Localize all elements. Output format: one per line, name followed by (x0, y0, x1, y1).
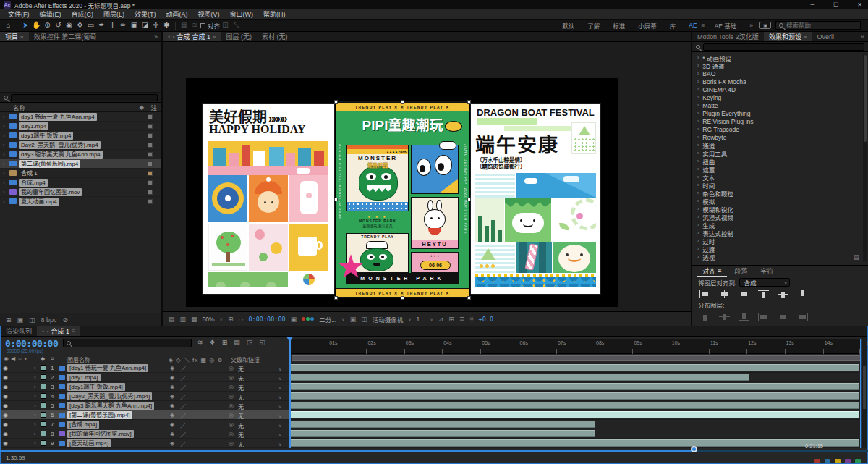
chevron-right-icon[interactable]: › (697, 190, 699, 195)
composition-stage[interactable]: 美好假期»»»» HAPPY HOLIDAY (186, 78, 618, 307)
flowchart-icon[interactable]: ⌗ (469, 315, 473, 323)
mask-visibility-icon[interactable]: ▱ (239, 316, 244, 323)
effect-category-row[interactable]: › 模拟 (692, 197, 864, 205)
magnification-icon[interactable]: ▥ (180, 316, 187, 323)
view-layout-dropdown[interactable]: 1... (417, 316, 425, 323)
selection-handle[interactable] (334, 198, 338, 201)
poster-monster-park[interactable]: TRENDY PLAY ✕ ✕ TRENDY PLAY ✕ TRENDY PLA… (336, 102, 469, 298)
label-color-swatch[interactable] (41, 431, 46, 436)
snap-align-toggle[interactable]: 对齐 (200, 21, 220, 30)
chevron-right-icon[interactable]: › (697, 127, 699, 132)
expander-icon[interactable]: › (34, 421, 36, 428)
selection-handle[interactable] (401, 100, 404, 104)
expander-icon[interactable]: › (3, 114, 7, 120)
shy-toggle-icon[interactable]: ◈ (170, 374, 174, 381)
tab-motion-tools[interactable]: Motion Tools 2汉化版 (692, 32, 764, 41)
timeline-button-icon[interactable]: ≣ (459, 316, 465, 323)
parent-pickwhip-icon[interactable]: ◎ (229, 440, 234, 447)
expander-icon[interactable]: › (34, 384, 36, 390)
quality-toggle-icon[interactable]: ／ (180, 374, 186, 382)
timeline-layer-row[interactable]: ◉ › 7 [合成.mp4] ◈ ／ ◎ 无 ∨ (1, 420, 290, 429)
distribute-right-button[interactable] (797, 313, 808, 321)
shy-toggle-icon[interactable]: ◈ (170, 412, 174, 418)
graph-editor-icon[interactable]: ◱ (259, 339, 265, 346)
align-to-dropdown[interactable]: 合成 (739, 278, 790, 287)
menu-item[interactable]: 图层(L) (98, 9, 129, 19)
roto-brush-tool-icon[interactable]: ✱ (161, 20, 172, 31)
distribute-v-center-button[interactable] (719, 313, 730, 321)
expander-icon[interactable]: › (3, 132, 7, 139)
eye-icon[interactable]: ◉ (3, 412, 8, 418)
camera-dropdown[interactable]: 活动摄像机 (373, 315, 404, 324)
layer-duration-bar[interactable] (291, 439, 859, 447)
help-search-input[interactable] (786, 22, 851, 29)
label-color-swatch[interactable] (41, 440, 46, 446)
shy-toggle-icon[interactable]: ◈ (170, 431, 174, 437)
tab-overflow-panel[interactable]: Overli (812, 32, 840, 41)
video-progress-bar[interactable] (0, 450, 868, 452)
rotate-tool-icon[interactable]: ↺ (53, 20, 64, 31)
expander-icon[interactable]: › (3, 189, 7, 195)
label-color-box[interactable] (148, 199, 153, 204)
chevron-right-icon[interactable]: › (697, 238, 699, 243)
timeline-scrollbar[interactable] (862, 337, 867, 448)
quality-toggle-icon[interactable]: ／ (180, 421, 186, 429)
expander-icon[interactable]: › (3, 123, 7, 130)
tab-timeline-comp[interactable]: • ▪ 合成 1 ≡ (37, 326, 80, 336)
workspace-ae-active[interactable]: AE (682, 22, 698, 29)
menu-item[interactable]: 动画(A) (161, 9, 193, 19)
lock-icon[interactable]: ▪ (172, 33, 174, 41)
parent-pickwhip-icon[interactable]: ◎ (229, 412, 234, 418)
tab-overflow-icon[interactable]: » (857, 32, 868, 41)
effect-category-row[interactable]: › * 动画预设 (692, 54, 864, 62)
quality-toggle-icon[interactable]: ／ (180, 365, 186, 373)
chevron-right-icon[interactable]: › (697, 254, 699, 259)
panel-menu-icon[interactable]: ≡ (804, 33, 807, 40)
eye-icon[interactable]: ◉ (3, 393, 8, 400)
effect-category-row[interactable]: › 透视 (692, 253, 864, 261)
effect-category-row[interactable]: › Rowbyte (692, 133, 864, 141)
time-ruler[interactable]: 01s 02s 03s 04s 05s 06s 07s 08s 09s 10s … (290, 339, 864, 354)
timeline-layer-row[interactable]: ◉ › 8 [我的童年回忆图鉴.mov] ◈ ／ ◎ 无 ∨ (1, 429, 290, 439)
project-file-row[interactable]: › day1 畅玩一夏 九鱼Ann.mp4 (0, 112, 161, 122)
align-v-center-button[interactable] (778, 290, 788, 298)
layer-track[interactable] (290, 373, 864, 382)
channel-icon[interactable] (302, 317, 314, 321)
effect-category-row[interactable]: › CINEMA 4D (692, 85, 864, 93)
effect-category-row[interactable]: › 杂色和颗粒 (692, 189, 864, 197)
effect-category-row[interactable]: › 扭曲 (692, 157, 864, 165)
quality-toggle-icon[interactable]: ／ (180, 440, 186, 448)
panel-menu-icon[interactable]: ≡ (20, 33, 24, 40)
tab-align[interactable]: 对齐≡ (697, 266, 727, 277)
playhead-line[interactable] (289, 339, 291, 448)
project-file-row[interactable]: › Day2_黑天鹅_雪儿(优秀).mp4 (0, 140, 161, 150)
project-file-row[interactable]: › day3 聪乐黑天鹅 九鱼Ann.mp4 (0, 150, 161, 159)
quality-toggle-icon[interactable]: ／ (180, 384, 186, 392)
quality-toggle-icon[interactable]: ／ (180, 431, 186, 439)
selection-handle[interactable] (401, 296, 404, 300)
parent-pickwhip-icon[interactable]: ◎ (229, 365, 234, 371)
chevron-down-icon[interactable]: ∨ (278, 404, 281, 409)
parent-dropdown[interactable]: 无 (238, 440, 244, 448)
label-color-box[interactable] (148, 152, 153, 157)
zoom-level-dropdown[interactable]: 50% (203, 316, 215, 323)
align-top-button[interactable] (758, 290, 769, 298)
chevron-right-icon[interactable]: › (697, 206, 699, 211)
eye-icon[interactable]: ◉ (3, 374, 8, 381)
label-color-swatch[interactable] (41, 384, 46, 389)
tab-effect-controls[interactable]: 效果控件 第二课(葡萄 (29, 32, 102, 41)
project-file-row[interactable]: › day1.mp4 (0, 122, 161, 131)
quality-toggle-icon[interactable]: ／ (180, 412, 186, 420)
shy-toggle-icon[interactable]: ◈ (170, 384, 174, 390)
distribute-h-center-button[interactable] (778, 313, 788, 321)
video-progress-handle[interactable] (691, 446, 697, 452)
parent-dropdown[interactable]: 无 (238, 365, 244, 373)
layer-duration-bar[interactable] (291, 383, 859, 390)
layer-track[interactable] (290, 429, 864, 439)
resolution-dropdown[interactable]: 二分... (319, 315, 336, 324)
timeline-layer-row[interactable]: ◉ › 1 [day1 畅玩一夏 九鱼Ann.mp4] ◈ ／ ◎ 无 ∨ (1, 363, 290, 373)
shy-toggle-icon[interactable]: ◈ (170, 365, 174, 371)
layer-duration-bar[interactable] (291, 402, 859, 409)
expander-icon[interactable]: › (34, 402, 36, 409)
chevron-down-icon[interactable]: ∨ (278, 423, 281, 428)
